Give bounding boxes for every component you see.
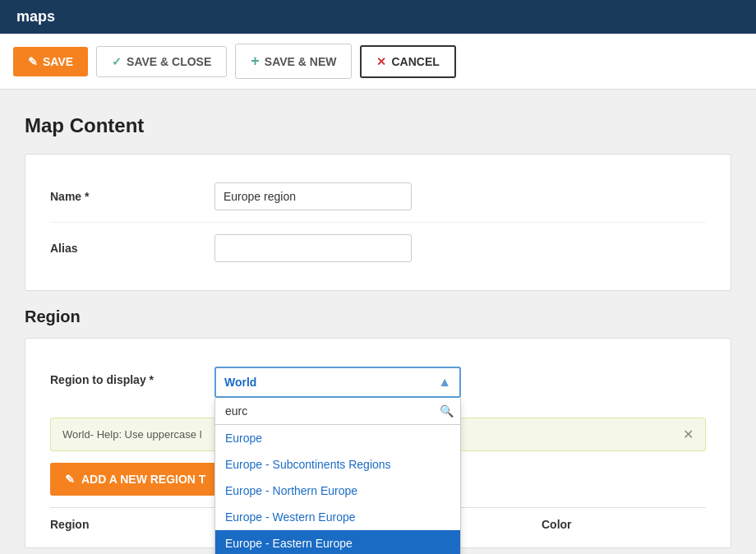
search-icon: 🔍 bbox=[440, 404, 454, 418]
region-dropdown-container: World ▲ 🔍 Europe Europe - Subcontinents … bbox=[214, 367, 461, 398]
region-card: Region to display * World ▲ 🔍 Europe bbox=[25, 338, 731, 548]
main-content: Map Content Name * Alias Region Region t… bbox=[0, 90, 756, 554]
help-text-content: World- Help: Use uppercase l bbox=[62, 428, 202, 441]
name-label: Name * bbox=[50, 190, 214, 203]
dropdown-arrow-icon: ▲ bbox=[438, 375, 451, 390]
plus-icon: + bbox=[251, 53, 260, 70]
name-row: Name * bbox=[50, 171, 706, 223]
save-button[interactable]: ✎ SAVE bbox=[13, 47, 88, 76]
dropdown-search-input[interactable] bbox=[222, 401, 440, 421]
region-dropdown-selected[interactable]: World ▲ bbox=[214, 367, 461, 398]
save-new-button[interactable]: + SAVE & NEW bbox=[235, 44, 352, 79]
region-to-display-label: Region to display * bbox=[50, 367, 214, 386]
dropdown-item-northern-europe[interactable]: Europe - Northern Europe bbox=[215, 478, 460, 504]
app-title: maps bbox=[16, 8, 55, 25]
table-color-col-header: Color bbox=[542, 518, 706, 531]
region-to-display-row: Region to display * World ▲ 🔍 Europe bbox=[50, 355, 706, 409]
top-nav-bar: maps bbox=[0, 0, 756, 34]
dropdown-selected-value: World bbox=[224, 376, 256, 389]
map-content-card: Name * Alias bbox=[25, 154, 731, 291]
toolbar: ✎ SAVE ✓ SAVE & CLOSE + SAVE & NEW ✕ CAN… bbox=[0, 34, 756, 90]
save-close-button[interactable]: ✓ SAVE & CLOSE bbox=[96, 46, 227, 77]
map-content-title: Map Content bbox=[25, 114, 731, 137]
dropdown-item-europe[interactable]: Europe bbox=[215, 425, 460, 451]
save-icon: ✎ bbox=[28, 55, 38, 68]
region-section-title: Region bbox=[25, 307, 731, 326]
dropdown-item-subcontinents[interactable]: Europe - Subcontinents Regions bbox=[215, 451, 460, 478]
add-region-edit-icon: ✎ bbox=[65, 473, 75, 486]
add-new-region-button[interactable]: ✎ ADD A NEW REGION T bbox=[50, 463, 220, 496]
name-input[interactable] bbox=[214, 182, 412, 210]
alias-label: Alias bbox=[50, 242, 214, 255]
check-icon: ✓ bbox=[112, 55, 122, 68]
alias-row: Alias bbox=[50, 223, 706, 274]
alias-input[interactable] bbox=[214, 234, 412, 262]
help-text-close-button[interactable]: ✕ bbox=[683, 427, 694, 442]
x-icon: ✕ bbox=[376, 55, 386, 68]
dropdown-item-eastern-europe[interactable]: Europe - Eastern Europe bbox=[215, 530, 460, 554]
region-dropdown-menu: 🔍 Europe Europe - Subcontinents Regions … bbox=[214, 398, 461, 554]
cancel-button[interactable]: ✕ CANCEL bbox=[360, 45, 455, 78]
dropdown-search-bar: 🔍 bbox=[215, 398, 460, 425]
dropdown-item-western-europe[interactable]: Europe - Western Europe bbox=[215, 504, 460, 530]
